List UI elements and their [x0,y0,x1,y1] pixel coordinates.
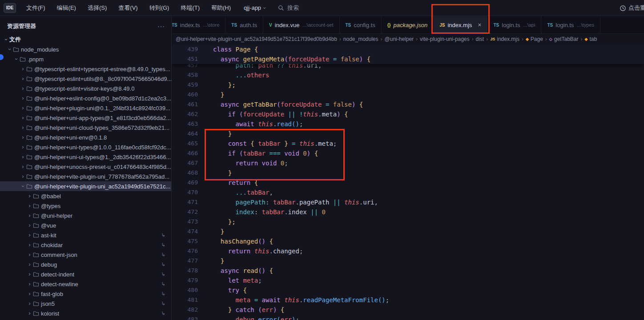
code-line[interactable]: 483 debug.error(err); [172,315,644,320]
tree-item[interactable]: ›json5↳ [0,299,171,308]
tree-item[interactable]: ›@types [0,201,171,211]
code-line[interactable]: 464 } [172,129,644,139]
tab-index.vue[interactable]: Vindex.vue...\account-set [263,16,339,34]
tree-item-label: @uni-helper+vite-plugin-uni_ac52a1949d51… [34,183,170,190]
code-token: let [228,277,239,284]
tab-config.ts[interactable]: TSconfig.ts [340,16,382,34]
tree-item[interactable]: ›@uni-helper+eslint-config@0_be09bd87d1c… [0,93,171,103]
tree-item[interactable]: ›@uni-helper+uni-env@0.1.8 [0,132,171,142]
code-token: = [292,140,295,147]
tree-item[interactable]: ›kolorist↳ [0,308,171,318]
code-line[interactable]: 481 meta = await this.readPageMetaFromFi… [172,295,644,305]
code-token: = [254,296,258,304]
code-line[interactable]: 462 if (forceUpdate || !this.meta) { [172,109,644,119]
tree-item[interactable]: ›.pnpm [0,54,171,64]
code-line[interactable]: 459 }; [172,80,644,90]
project-switcher[interactable]: qjj-app › [244,4,266,11]
tree-item[interactable]: ›@babel [0,191,171,201]
breadcrumb-item[interactable]: vite-plugin-uni-pages [420,36,469,42]
tree-item[interactable]: ›@typescript-eslint+typescript-estree@8.… [0,64,171,74]
tree-item[interactable]: ›@uni-helper+vite-plugin-uni_ac52a1949d5… [0,181,171,191]
code-line[interactable]: 465 const { tabBar } = this.meta; [172,139,644,148]
code-token: ( [258,306,262,313]
code-line[interactable]: 471 pagePath: tabBar.pagePath || this.ur… [172,197,644,207]
tree-item[interactable]: ›@uni-helper+uni-cloud-types_3586e572d32… [0,123,171,132]
code-editor[interactable]: 457 path: path ?? this.uri,458 ...others… [172,44,644,320]
tab-auth.ts[interactable]: TSauth.ts [225,16,263,34]
tree-item[interactable]: ›@vue [0,220,171,230]
code-line[interactable]: 475 hasChanged() { [172,236,644,246]
code-line[interactable]: 480 try { [172,285,644,295]
tree-item[interactable]: ›@uni-helper+uni-ui-types@1._2db35426f22… [0,152,171,162]
code-line[interactable]: 478 async read() { [172,266,644,276]
tab-index.ts[interactable]: TSindex.ts...\store [172,16,225,34]
menu-item[interactable]: 文件(F) [20,0,51,16]
code-line[interactable]: 479 let meta; [172,276,644,285]
breadcrumb-item[interactable]: dist [476,36,484,42]
menu-item[interactable]: 帮助(H) [205,0,237,16]
tree-item[interactable]: ›@uni-helper [0,211,171,220]
breadcrumb-item[interactable]: JSindex.mjs [490,36,519,42]
global-search[interactable]: 搜索 [278,4,299,12]
code-line[interactable]: 460 } [172,90,644,100]
chevron-icon: › [20,113,26,123]
tree-item[interactable]: ›node_modules [0,44,171,54]
breadcrumb-item[interactable]: ◆Page [526,36,543,42]
tree-item[interactable]: ›lodash.groupby↳ [0,318,171,320]
code-line[interactable]: 476 return this.changed; [172,246,644,256]
breadcrumb-item[interactable]: @uni-helper+vite-plugin-uni_ac52a1949d51… [176,36,337,42]
code-line[interactable]: 461 async getTabBar(forceUpdate = false)… [172,100,644,109]
menu-item[interactable]: 转到(G) [144,0,175,16]
tree-item[interactable]: ›@uni-helper+plugin-uni@0.1._2f4bf314c89… [0,103,171,113]
restart-button[interactable]: 点击重 [620,0,644,16]
code-line[interactable]: 463 await this.read(); [172,119,644,129]
tree-item[interactable]: ›@typescript-eslint+utils@8._8c097f00475… [0,74,171,84]
breadcrumb-item[interactable]: ◇getTabBar [549,36,579,42]
tab-login.ts[interactable]: TSlogin.ts...\api [487,16,541,34]
tree-item[interactable]: ›chokidar↳ [0,240,171,250]
code-line[interactable]: 473 }; [172,217,644,227]
tree-item[interactable]: ›@uni-helper+uni-types@1.0.0_116fae0cd58… [0,142,171,152]
tab-package.json[interactable]: {}package.json [382,16,434,34]
tree-item[interactable]: ›@uni-helper+vite-plugin-uni_7787678af56… [0,172,171,181]
code-line[interactable]: 477 } [172,256,644,266]
code-token: } [228,169,232,176]
tree-item[interactable]: ›debug↳ [0,260,171,269]
tab-index.mjs[interactable]: JSindex.mjs× [434,16,487,34]
code-line[interactable]: 468 } [172,168,644,178]
tree-item[interactable]: ›fast-glob↳ [0,289,171,299]
code-line[interactable]: 469 return { [172,178,644,188]
tree-item-label: @uni-helper+uni-ui-types@1._2db35426f22d… [34,154,171,160]
code-line[interactable]: 458 ...others [172,70,644,80]
tab-login.ts[interactable]: TSlogin.ts...\types [541,16,600,34]
tree-root[interactable]: › 文件 [0,35,171,44]
tree-item[interactable]: ›@typescript-eslint+visitor-keys@8.49.0 [0,84,171,93]
code-line[interactable]: 474 } [172,227,644,236]
tree-item[interactable]: ›detect-newline↳ [0,279,171,289]
menu-item[interactable]: 查看(V) [113,0,143,16]
code-token: void [284,150,299,157]
close-icon[interactable]: × [478,21,481,28]
tree-item[interactable]: ›detect-indent↳ [0,269,171,279]
breadcrumb-item[interactable]: @uni-helper [385,36,414,42]
more-actions-icon[interactable]: ··· [157,23,165,30]
code-line[interactable]: 439class Page { [172,44,644,54]
chevron-right-icon: › [339,36,341,42]
code-line[interactable]: 466 if (tabBar === void 0) { [172,148,644,158]
menu-item[interactable]: 终端(T) [175,0,205,16]
code-lines: 457 path: path ?? this.uri,458 ...others… [172,44,644,320]
code-line[interactable]: 470 ...tabBar, [172,188,644,197]
tree-item[interactable]: ›@uni-helper+unocss-preset-u_c014766483c… [0,162,171,172]
tree-item[interactable]: ›comment-json↳ [0,250,171,260]
tree-item[interactable]: ›ast-kit↳ [0,230,171,240]
breadcrumb-item[interactable]: node_modules [343,36,378,42]
code-line[interactable]: 472 index: tabBar.index || 0 [172,207,644,217]
code-text: } [198,129,232,139]
tree-item[interactable]: ›@uni-helper+uni-app-types@1_e81f3cd0eb5… [0,113,171,123]
breadcrumb-item[interactable]: ◆tab [584,36,597,42]
code-line[interactable]: 467 return void 0; [172,158,644,168]
code-line[interactable]: 451 async getPageMeta(forceUpdate = fals… [172,54,644,64]
menu-item[interactable]: 选择(S) [82,0,113,16]
menu-item[interactable]: 编辑(E) [51,0,82,16]
code-line[interactable]: 482 } catch (err) { [172,305,644,315]
